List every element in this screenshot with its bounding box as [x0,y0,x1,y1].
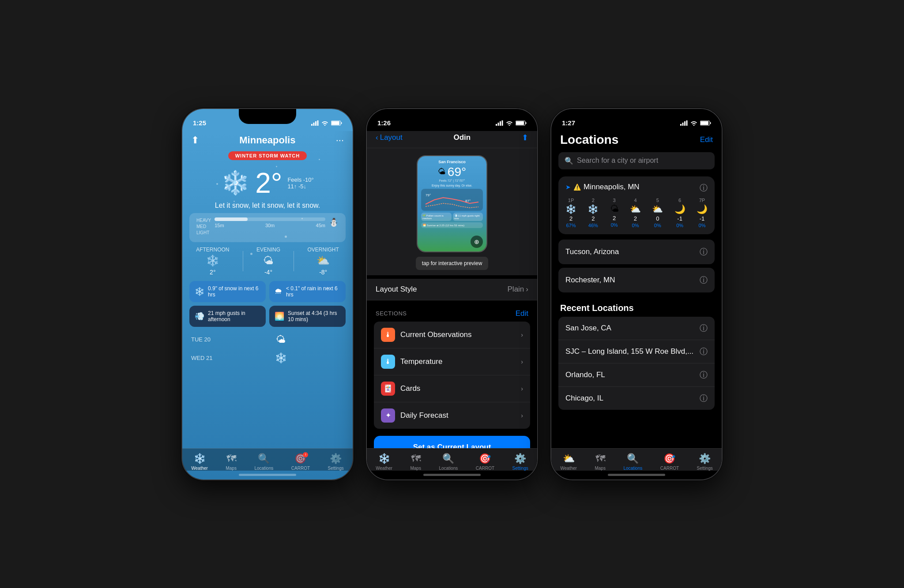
tab-maps-3[interactable]: 🗺 Maps [595,453,605,471]
tab-settings-1[interactable]: ⚙️ Settings [328,453,344,471]
hour-2: 2 ❄️ 2 46% [588,198,599,228]
search-bar[interactable]: 🔍 Search for a city or airport [558,152,715,169]
hour-temp-4: 2 [634,215,637,222]
layout-nav: ‹ Layout Odin ⬆ [367,131,537,148]
tucson-name: Tucson, Arizona [565,247,619,256]
tab-maps-1[interactable]: 🗺 Maps [226,453,236,471]
weather-icon: ❄️ [221,169,250,196]
tab-carrot-2[interactable]: 🎯 CARROT [476,453,494,471]
svg-rect-12 [516,121,524,125]
preview-cards: 🌱 Pollen count is medium 💨 11 mph gusts … [421,213,483,221]
hour-icon-3: 🌤 [610,204,619,214]
sunset-card-icon: 🌅 [275,311,284,321]
location-card-header: ➤ ⚠️ Minneapolis, MN ⓘ [565,183,708,193]
alert-badge: WINTER STORM WATCH [228,151,307,160]
icon-tue: 🌤 [276,334,286,345]
tab-weather-1[interactable]: ❄️ Weather [191,453,208,471]
temperature: 2° [255,167,282,199]
layout-style-label: Layout Style [376,285,417,294]
tab-weather-3[interactable]: ⛅ Weather [560,453,577,471]
tab-settings-3[interactable]: ⚙️ Settings [697,453,713,471]
tab-settings-2[interactable]: ⚙️ Settings [512,453,528,471]
precip-labels: 15m 30m 45m [215,223,325,228]
sjc-info-icon[interactable]: ⓘ [700,346,708,357]
battery-icon-3 [700,120,711,126]
locations-tab-icon: 🔍 [258,453,270,464]
recent-orlando[interactable]: Orlando, FL ⓘ [558,363,715,387]
snowman-icon: ⛄ [329,217,339,236]
hour-label-4: 4 [634,198,637,203]
section-daily[interactable]: ✦ Daily Forecast › [374,402,530,429]
maps-label-2: Maps [410,466,421,471]
svg-rect-2 [315,121,316,126]
chevron-1: › [521,331,523,338]
hour-rain-5: 0% [654,223,661,228]
hour-label-2: 2 [592,198,595,203]
svg-rect-17 [682,123,684,126]
section-current-obs[interactable]: 🌡 Current Observations › [374,322,530,348]
section-cards[interactable]: 🃏 Cards › [374,375,530,402]
tab-carrot-1[interactable]: 🎯! CARROT [291,453,310,471]
chicago-name: Chicago, IL [565,394,603,403]
layout-title: Odin [454,133,471,142]
orlando-info-icon[interactable]: ⓘ [700,370,708,380]
sections-edit-button[interactable]: Edit [516,309,528,318]
locations-title: Locations [560,133,618,147]
settings-tab-label: Settings [328,466,344,471]
tab-locations-3[interactable]: 🔍 Locations [623,453,642,471]
rochester-row[interactable]: Rochester, MN ⓘ [558,268,715,292]
section-left-3: 🃏 Cards [381,382,420,396]
tab-bar-1: ❄️ Weather 🗺 Maps 🔍 Locations 🎯! CARROT [182,448,353,471]
hour-label-1: 1P [568,198,574,203]
wind-card-icon: 💨 [195,311,204,321]
preview-weather-icon: 🌤 [438,167,446,176]
chicago-info-icon[interactable]: ⓘ [700,393,708,404]
sections-list: 🌡 Current Observations › 🌡 Temperature ›… [374,322,530,429]
rochester-info-icon[interactable]: ⓘ [700,275,708,285]
day-wed: WED 21 [191,355,218,361]
weather-icon-2: ❄️ [378,453,390,464]
more-icon[interactable]: ··· [336,135,344,146]
hour-icon-2: ❄️ [588,204,599,214]
zoom-button[interactable]: ⊕ [471,236,483,248]
status-icons-1 [311,120,342,126]
phone-notch [239,109,296,124]
settings-label-3: Settings [697,466,713,471]
section-temperature[interactable]: 🌡 Temperature › [374,348,530,375]
svg-rect-13 [526,122,527,124]
recent-san-jose[interactable]: San Jose, CA ⓘ [558,317,715,340]
tucson-info-icon[interactable]: ⓘ [700,247,708,257]
edit-button[interactable]: Edit [700,135,713,144]
recent-sjc[interactable]: SJC – Long Island, 155 W Roe Blvd,... ⓘ [558,340,715,363]
back-button[interactable]: ‹ Layout [376,133,403,142]
layout-style-row[interactable]: Layout Style Plain › [367,279,537,300]
tab-weather-2[interactable]: ❄️ Weather [376,453,392,471]
evening-icon: 🌤 [256,255,280,267]
period-divider-1 [243,251,243,271]
hour-rain-1: 67% [566,223,576,228]
chevron-right-icon: › [526,285,528,294]
alert-row[interactable]: WINTER STORM WATCH [182,150,353,162]
hour-icon-4: ⛅ [630,204,641,214]
san-jose-info-icon[interactable]: ⓘ [700,323,708,333]
wind-card-text: 21 mph gusts in afternoon [208,310,260,322]
share-button-2[interactable]: ⬆ [522,133,528,142]
rochester-name: Rochester, MN [565,276,615,285]
main-location-card[interactable]: ➤ ⚠️ Minneapolis, MN ⓘ 1P ❄️ 2 67% 2 [558,176,715,234]
tab-locations-2[interactable]: 🔍 Locations [439,453,458,471]
settings-label-2: Settings [512,466,528,471]
tab-carrot-3[interactable]: 🎯 CARROT [660,453,679,471]
tucson-row[interactable]: Tucson, Arizona ⓘ [558,240,715,264]
search-icon: 🔍 [565,157,573,165]
tab-maps-2[interactable]: 🗺 Maps [410,453,421,471]
share-icon[interactable]: ⬆ [191,135,199,146]
hour-icon-7: 🌙 [697,204,708,214]
tab-locations-1[interactable]: 🔍 Locations [254,453,273,471]
location-info-icon[interactable]: ⓘ [700,183,708,193]
hour-5: 5 ⛅ 0 0% [652,198,663,228]
svg-rect-22 [710,122,711,124]
recent-chicago[interactable]: Chicago, IL ⓘ [558,387,715,410]
orlando-name: Orlando, FL [565,371,605,379]
recent-locations-header: Recent Locations [551,296,722,317]
feels-like: Feels -10° [287,176,313,183]
